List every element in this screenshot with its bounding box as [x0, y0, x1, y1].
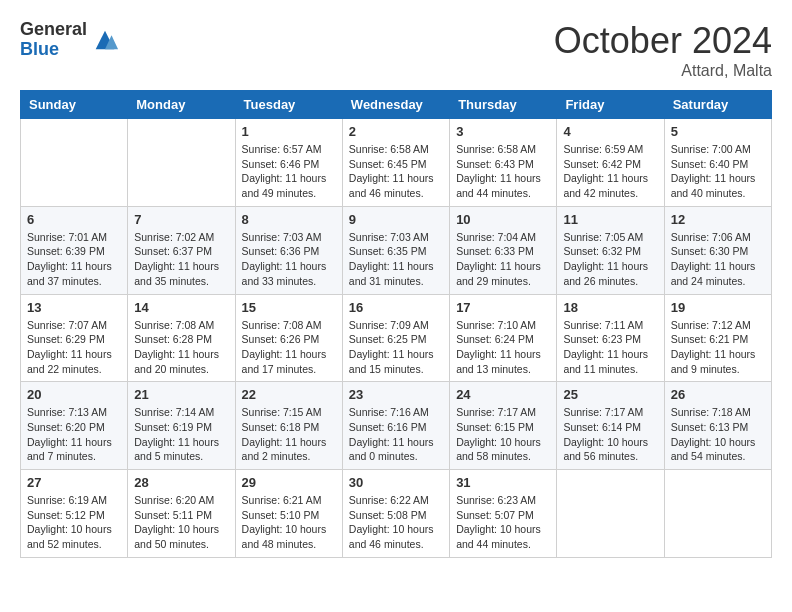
cell-content: Sunrise: 6:58 AMSunset: 6:43 PMDaylight:… — [456, 142, 550, 201]
cell-content: Sunrise: 7:04 AMSunset: 6:33 PMDaylight:… — [456, 230, 550, 289]
calendar-cell: 6Sunrise: 7:01 AMSunset: 6:39 PMDaylight… — [21, 206, 128, 294]
calendar-cell: 28Sunrise: 6:20 AMSunset: 5:11 PMDayligh… — [128, 470, 235, 558]
cell-content: Sunrise: 7:17 AMSunset: 6:15 PMDaylight:… — [456, 405, 550, 464]
calendar-day-header: Thursday — [450, 91, 557, 119]
day-number: 26 — [671, 387, 765, 402]
calendar-cell: 18Sunrise: 7:11 AMSunset: 6:23 PMDayligh… — [557, 294, 664, 382]
day-number: 3 — [456, 124, 550, 139]
cell-content: Sunrise: 6:59 AMSunset: 6:42 PMDaylight:… — [563, 142, 657, 201]
calendar-cell: 20Sunrise: 7:13 AMSunset: 6:20 PMDayligh… — [21, 382, 128, 470]
day-number: 31 — [456, 475, 550, 490]
day-number: 16 — [349, 300, 443, 315]
cell-content: Sunrise: 7:02 AMSunset: 6:37 PMDaylight:… — [134, 230, 228, 289]
cell-content: Sunrise: 7:01 AMSunset: 6:39 PMDaylight:… — [27, 230, 121, 289]
calendar-cell: 9Sunrise: 7:03 AMSunset: 6:35 PMDaylight… — [342, 206, 449, 294]
calendar-cell: 7Sunrise: 7:02 AMSunset: 6:37 PMDaylight… — [128, 206, 235, 294]
calendar-cell: 21Sunrise: 7:14 AMSunset: 6:19 PMDayligh… — [128, 382, 235, 470]
day-number: 6 — [27, 212, 121, 227]
cell-content: Sunrise: 7:08 AMSunset: 6:26 PMDaylight:… — [242, 318, 336, 377]
day-number: 25 — [563, 387, 657, 402]
calendar-cell: 23Sunrise: 7:16 AMSunset: 6:16 PMDayligh… — [342, 382, 449, 470]
location: Attard, Malta — [554, 62, 772, 80]
month-title: October 2024 — [554, 20, 772, 62]
calendar-header-row: SundayMondayTuesdayWednesdayThursdayFrid… — [21, 91, 772, 119]
calendar-day-header: Friday — [557, 91, 664, 119]
cell-content: Sunrise: 7:03 AMSunset: 6:36 PMDaylight:… — [242, 230, 336, 289]
calendar-cell: 24Sunrise: 7:17 AMSunset: 6:15 PMDayligh… — [450, 382, 557, 470]
calendar-cell: 4Sunrise: 6:59 AMSunset: 6:42 PMDaylight… — [557, 119, 664, 207]
day-number: 27 — [27, 475, 121, 490]
cell-content: Sunrise: 7:09 AMSunset: 6:25 PMDaylight:… — [349, 318, 443, 377]
calendar-cell: 17Sunrise: 7:10 AMSunset: 6:24 PMDayligh… — [450, 294, 557, 382]
cell-content: Sunrise: 7:05 AMSunset: 6:32 PMDaylight:… — [563, 230, 657, 289]
day-number: 2 — [349, 124, 443, 139]
calendar-cell: 29Sunrise: 6:21 AMSunset: 5:10 PMDayligh… — [235, 470, 342, 558]
calendar-cell: 5Sunrise: 7:00 AMSunset: 6:40 PMDaylight… — [664, 119, 771, 207]
calendar-cell: 25Sunrise: 7:17 AMSunset: 6:14 PMDayligh… — [557, 382, 664, 470]
calendar-cell — [664, 470, 771, 558]
day-number: 7 — [134, 212, 228, 227]
cell-content: Sunrise: 7:00 AMSunset: 6:40 PMDaylight:… — [671, 142, 765, 201]
logo-icon — [91, 26, 119, 54]
calendar-cell: 12Sunrise: 7:06 AMSunset: 6:30 PMDayligh… — [664, 206, 771, 294]
cell-content: Sunrise: 7:07 AMSunset: 6:29 PMDaylight:… — [27, 318, 121, 377]
page-header: General Blue October 2024 Attard, Malta — [20, 20, 772, 80]
title-block: October 2024 Attard, Malta — [554, 20, 772, 80]
cell-content: Sunrise: 6:57 AMSunset: 6:46 PMDaylight:… — [242, 142, 336, 201]
cell-content: Sunrise: 7:17 AMSunset: 6:14 PMDaylight:… — [563, 405, 657, 464]
cell-content: Sunrise: 7:10 AMSunset: 6:24 PMDaylight:… — [456, 318, 550, 377]
calendar-cell: 15Sunrise: 7:08 AMSunset: 6:26 PMDayligh… — [235, 294, 342, 382]
logo-blue: Blue — [20, 40, 87, 60]
calendar-day-header: Monday — [128, 91, 235, 119]
cell-content: Sunrise: 6:23 AMSunset: 5:07 PMDaylight:… — [456, 493, 550, 552]
day-number: 12 — [671, 212, 765, 227]
cell-content: Sunrise: 7:06 AMSunset: 6:30 PMDaylight:… — [671, 230, 765, 289]
cell-content: Sunrise: 6:21 AMSunset: 5:10 PMDaylight:… — [242, 493, 336, 552]
day-number: 23 — [349, 387, 443, 402]
cell-content: Sunrise: 7:13 AMSunset: 6:20 PMDaylight:… — [27, 405, 121, 464]
calendar-cell: 14Sunrise: 7:08 AMSunset: 6:28 PMDayligh… — [128, 294, 235, 382]
day-number: 19 — [671, 300, 765, 315]
calendar-week-row: 20Sunrise: 7:13 AMSunset: 6:20 PMDayligh… — [21, 382, 772, 470]
calendar-week-row: 13Sunrise: 7:07 AMSunset: 6:29 PMDayligh… — [21, 294, 772, 382]
day-number: 11 — [563, 212, 657, 227]
calendar-day-header: Tuesday — [235, 91, 342, 119]
cell-content: Sunrise: 6:19 AMSunset: 5:12 PMDaylight:… — [27, 493, 121, 552]
calendar-cell: 26Sunrise: 7:18 AMSunset: 6:13 PMDayligh… — [664, 382, 771, 470]
calendar-table: SundayMondayTuesdayWednesdayThursdayFrid… — [20, 90, 772, 558]
calendar-cell — [128, 119, 235, 207]
calendar-cell: 16Sunrise: 7:09 AMSunset: 6:25 PMDayligh… — [342, 294, 449, 382]
cell-content: Sunrise: 7:14 AMSunset: 6:19 PMDaylight:… — [134, 405, 228, 464]
day-number: 14 — [134, 300, 228, 315]
day-number: 29 — [242, 475, 336, 490]
logo-general: General — [20, 20, 87, 40]
calendar-cell: 13Sunrise: 7:07 AMSunset: 6:29 PMDayligh… — [21, 294, 128, 382]
calendar-cell: 3Sunrise: 6:58 AMSunset: 6:43 PMDaylight… — [450, 119, 557, 207]
day-number: 1 — [242, 124, 336, 139]
calendar-cell: 8Sunrise: 7:03 AMSunset: 6:36 PMDaylight… — [235, 206, 342, 294]
calendar-cell: 30Sunrise: 6:22 AMSunset: 5:08 PMDayligh… — [342, 470, 449, 558]
day-number: 9 — [349, 212, 443, 227]
day-number: 5 — [671, 124, 765, 139]
day-number: 18 — [563, 300, 657, 315]
day-number: 8 — [242, 212, 336, 227]
day-number: 10 — [456, 212, 550, 227]
day-number: 21 — [134, 387, 228, 402]
calendar-cell: 10Sunrise: 7:04 AMSunset: 6:33 PMDayligh… — [450, 206, 557, 294]
cell-content: Sunrise: 7:12 AMSunset: 6:21 PMDaylight:… — [671, 318, 765, 377]
day-number: 15 — [242, 300, 336, 315]
cell-content: Sunrise: 7:18 AMSunset: 6:13 PMDaylight:… — [671, 405, 765, 464]
calendar-cell: 31Sunrise: 6:23 AMSunset: 5:07 PMDayligh… — [450, 470, 557, 558]
calendar-cell: 11Sunrise: 7:05 AMSunset: 6:32 PMDayligh… — [557, 206, 664, 294]
calendar-day-header: Saturday — [664, 91, 771, 119]
calendar-cell: 1Sunrise: 6:57 AMSunset: 6:46 PMDaylight… — [235, 119, 342, 207]
cell-content: Sunrise: 7:16 AMSunset: 6:16 PMDaylight:… — [349, 405, 443, 464]
day-number: 28 — [134, 475, 228, 490]
cell-content: Sunrise: 6:22 AMSunset: 5:08 PMDaylight:… — [349, 493, 443, 552]
calendar-week-row: 6Sunrise: 7:01 AMSunset: 6:39 PMDaylight… — [21, 206, 772, 294]
logo: General Blue — [20, 20, 119, 60]
calendar-cell: 2Sunrise: 6:58 AMSunset: 6:45 PMDaylight… — [342, 119, 449, 207]
calendar-cell: 19Sunrise: 7:12 AMSunset: 6:21 PMDayligh… — [664, 294, 771, 382]
cell-content: Sunrise: 6:58 AMSunset: 6:45 PMDaylight:… — [349, 142, 443, 201]
day-number: 20 — [27, 387, 121, 402]
